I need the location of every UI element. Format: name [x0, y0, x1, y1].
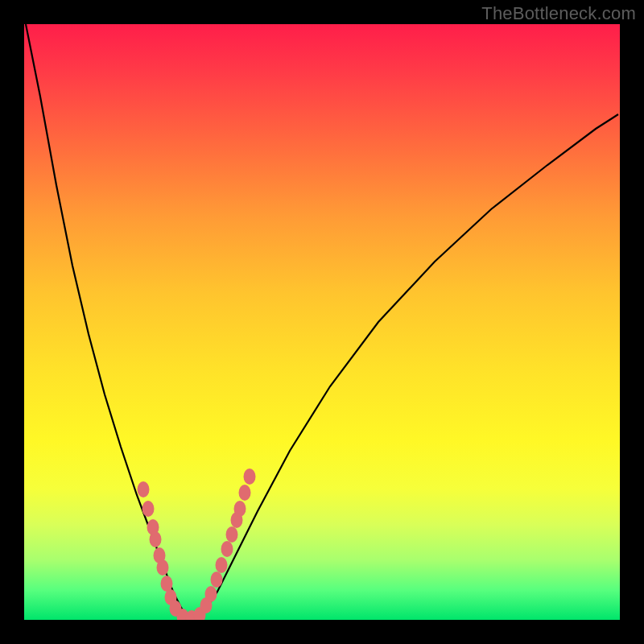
- marker-point: [150, 531, 162, 547]
- marker-point: [216, 557, 228, 573]
- marker-point: [161, 576, 173, 592]
- highlight-markers: [138, 469, 256, 620]
- marker-point: [211, 572, 223, 588]
- marker-point: [239, 485, 251, 501]
- watermark-text: TheBottleneck.com: [481, 3, 636, 24]
- plot-area: [24, 24, 620, 620]
- marker-point: [244, 469, 256, 485]
- marker-point: [138, 481, 150, 497]
- marker-point: [205, 586, 217, 602]
- marker-point: [221, 541, 233, 557]
- outer-frame: TheBottleneck.com: [0, 0, 644, 644]
- bottleneck-curve-svg: [24, 24, 620, 620]
- marker-point: [142, 501, 155, 517]
- marker-point: [157, 559, 169, 576]
- marker-point: [234, 501, 246, 517]
- marker-point: [226, 526, 238, 543]
- bottleneck-curve-path: [26, 24, 618, 618]
